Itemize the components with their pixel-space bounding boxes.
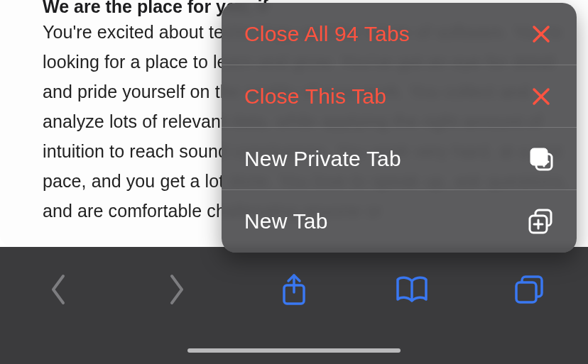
chevron-right-icon xyxy=(166,273,186,306)
close-icon xyxy=(528,84,554,109)
home-indicator[interactable] xyxy=(187,348,401,353)
bookmarks-button[interactable] xyxy=(376,268,447,311)
share-button[interactable] xyxy=(258,268,330,311)
tabs-context-menu: Close All 94 Tabs Close This Tab New Pri… xyxy=(222,3,577,253)
menu-item-label: New Private Tab xyxy=(244,147,401,171)
book-icon xyxy=(395,275,429,304)
new-private-tab-icon xyxy=(528,146,554,172)
close-icon xyxy=(528,21,554,47)
menu-item-label: New Tab xyxy=(244,209,328,233)
svg-rect-3 xyxy=(516,282,536,302)
new-private-tab-item[interactable]: New Private Tab xyxy=(222,128,577,190)
back-button[interactable] xyxy=(23,268,94,311)
browser-toolbar xyxy=(0,247,588,364)
chevron-left-icon xyxy=(49,273,69,306)
close-all-tabs-item[interactable]: Close All 94 Tabs xyxy=(222,3,577,65)
new-tab-icon xyxy=(528,209,554,234)
forward-button[interactable] xyxy=(141,268,212,311)
tabs-icon xyxy=(513,274,545,305)
menu-item-label: Close All 94 Tabs xyxy=(244,22,410,46)
close-this-tab-item[interactable]: Close This Tab xyxy=(222,65,577,128)
menu-item-label: Close This Tab xyxy=(244,84,386,109)
new-tab-item[interactable]: New Tab xyxy=(222,190,577,253)
share-icon xyxy=(280,272,308,307)
tabs-button[interactable] xyxy=(494,268,565,311)
